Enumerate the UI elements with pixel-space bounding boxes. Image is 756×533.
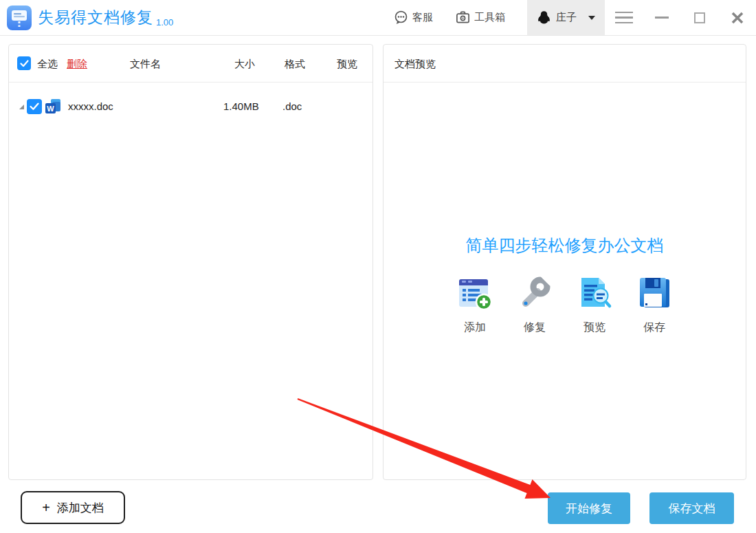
file-name: xxxxx.doc [68,100,113,112]
app-logo-icon [7,6,32,30]
preview-placeholder: 简单四步轻松修复办公文档 添加 [383,235,746,335]
file-list-header: 全选 删除 文件名 大小 格式 预览 [9,45,373,83]
select-all-checkbox[interactable] [17,56,31,70]
column-header-preview: 预览 [337,58,357,71]
qq-penguin-icon [537,10,551,25]
username-label: 庄子 [556,11,577,24]
titlebar: 失易得文档修复 1.00 客服 工具箱 [0,0,756,36]
add-document-button[interactable]: + 添加文档 [21,491,125,524]
delete-link[interactable]: 删除 [67,58,87,71]
step-label-repair: 修复 [524,320,546,335]
add-document-label: 添加文档 [57,500,104,516]
steps-row: 添加 修复 [455,274,674,335]
checkmark-icon [20,60,29,67]
customer-service-label: 客服 [412,11,433,24]
save-document-button[interactable]: 保存文档 [649,492,734,524]
file-list-panel: 全选 删除 文件名 大小 格式 预览 W xxxxx.doc 1.40MB .d… [8,44,373,480]
plus-icon: + [42,501,50,514]
chat-bubble-icon [393,10,409,25]
row-checkbox[interactable] [27,99,42,114]
step-repair: 修复 [515,274,555,335]
table-row[interactable]: W xxxxx.doc 1.40MB .doc [9,90,373,124]
preview-document-icon [575,274,614,313]
app-title: 失易得文档修复 [38,7,153,28]
step-label-add: 添加 [464,320,486,335]
step-save: 保存 [634,274,674,335]
add-document-icon [456,274,494,313]
step-add: 添加 [455,274,495,335]
save-floppy-icon [635,274,674,313]
customer-service-button[interactable]: 客服 [393,10,433,25]
toolbox-label: 工具箱 [474,11,505,24]
hamburger-icon [615,12,633,24]
step-label-save: 保存 [643,320,665,335]
menu-button[interactable] [605,0,643,35]
user-account-menu[interactable]: 庄子 [527,0,605,35]
file-size: 1.40MB [223,100,259,112]
wrench-repair-icon [515,274,554,313]
column-header-size: 大小 [234,58,255,71]
word-file-icon: W [44,98,62,116]
start-repair-button[interactable]: 开始修复 [548,492,630,524]
app-version: 1.00 [156,17,173,28]
column-header-filename: 文件名 [130,58,161,71]
preview-panel-title: 文档预览 [394,58,436,71]
toolbox-icon [455,10,471,25]
maximize-button[interactable] [680,0,718,35]
step-preview: 预览 [575,274,614,335]
svg-text:W: W [47,105,54,113]
select-all-label: 全选 [37,58,58,71]
close-button[interactable] [718,0,756,35]
steps-headline: 简单四步轻松修复办公文档 [466,235,664,257]
document-preview-panel: 文档预览 简单四步轻松修复办公文档 添加 [383,44,746,480]
step-label-preview: 预览 [583,320,605,335]
minimize-icon [655,17,669,19]
preview-header: 文档预览 [383,45,746,83]
file-format: .doc [282,100,302,112]
maximize-icon [694,12,705,23]
checkmark-icon [30,102,39,111]
chevron-down-icon [588,16,595,20]
column-header-format: 格式 [285,58,305,71]
toolbox-button[interactable]: 工具箱 [455,10,505,25]
minimize-button[interactable] [643,0,680,35]
row-expander-icon[interactable] [19,105,24,109]
close-icon [731,11,744,25]
